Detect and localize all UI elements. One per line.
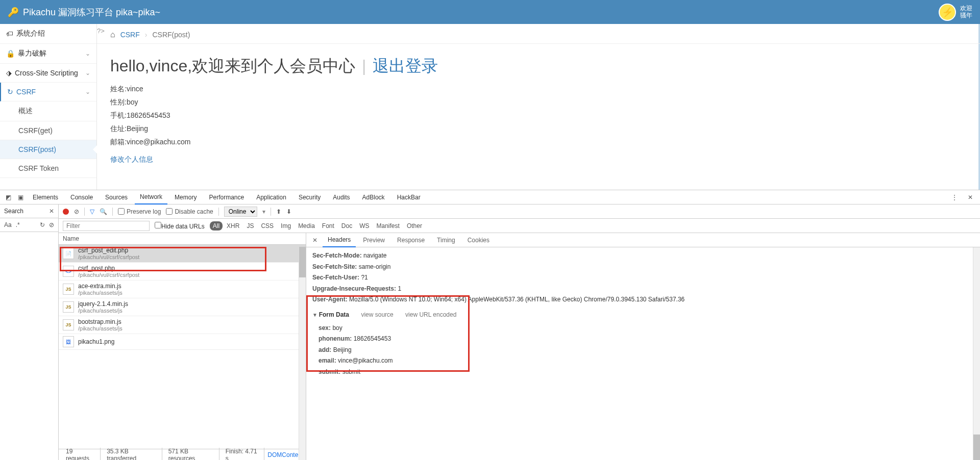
search-icon[interactable]: 🔍 — [100, 208, 107, 215]
request-row[interactable]: <> csrf_post.php/pikachu/vul/csrf/csrfpo… — [59, 263, 306, 280]
filter-input[interactable] — [63, 221, 150, 231]
dtab-timing[interactable]: Timing — [432, 234, 460, 247]
request-name: csrf_post_edit.php — [78, 247, 139, 254]
detail-pane: ✕ Headers Preview Response Timing Cookie… — [306, 233, 980, 460]
devtools-tabbar: ◩ ▣ Elements Console Sources Network Mem… — [0, 190, 980, 205]
request-name: pikachu1.png — [78, 338, 114, 345]
tab-performance[interactable]: Performance — [204, 191, 249, 204]
edit-profile-link[interactable]: 修改个人信息 — [110, 155, 153, 164]
tab-sources[interactable]: Sources — [100, 191, 133, 204]
sidebar-item-xss[interactable]: ⬗ Cross-Site Scripting ⌄ — [0, 64, 96, 83]
devtools-menu-icon[interactable]: ⋮ — [947, 194, 962, 201]
devtools-close-icon[interactable]: ✕ — [964, 194, 977, 201]
search-label: Search — [4, 208, 23, 215]
scrollbar-thumb[interactable] — [299, 247, 306, 277]
request-name: ace-extra.min.js — [78, 283, 122, 290]
chip-ws[interactable]: WS — [356, 221, 372, 231]
sidebar-item-bruteforce[interactable]: 🔒 暴力破解 ⌄ — [0, 44, 96, 64]
form-line: submit: submit — [318, 367, 974, 378]
search-refresh-icon[interactable]: ↻ — [40, 221, 45, 228]
chip-media[interactable]: Media — [295, 221, 318, 231]
record-button[interactable] — [63, 209, 69, 215]
user-block[interactable]: ⚡ 欢迎 骚年 — [939, 4, 972, 21]
breadcrumb-parent[interactable]: CSRF — [120, 31, 140, 39]
tab-application[interactable]: Application — [251, 191, 291, 204]
hide-data-urls-checkbox[interactable]: Hide data URLs — [155, 222, 205, 230]
column-name[interactable]: Name — [59, 233, 306, 245]
status-bar: 19 requests 35.3 KB transferred 571 KB r… — [59, 449, 306, 460]
request-path: /pikachu/vul/csrf/csrfpost — [78, 254, 139, 260]
tab-adblock[interactable]: AdBlock — [357, 191, 390, 204]
form-line: email: vince@pikachu.com — [318, 355, 974, 367]
logout-link[interactable]: 退出登录 — [373, 57, 438, 75]
sidebar-sub-csrf-token[interactable]: CSRF Token — [0, 159, 96, 178]
header-line: Sec-Fetch-Mode: navigate — [312, 250, 974, 262]
sidebar-item-intro[interactable]: 🏷 系统介绍 — [0, 24, 96, 44]
sidebar-item-label: CSRF — [16, 88, 36, 96]
view-source-link[interactable]: view source — [361, 311, 393, 318]
header-line: User-Agent: Mozilla/5.0 (Windows NT 10.0… — [312, 294, 974, 305]
dtab-headers[interactable]: Headers — [323, 233, 356, 247]
request-row[interactable]: JS bootstrap.min.js/pikachu/assets/js — [59, 316, 306, 334]
sidebar-item-label: 系统介绍 — [16, 29, 45, 38]
chip-img[interactable]: Img — [278, 221, 294, 231]
chip-other[interactable]: Other — [404, 221, 425, 231]
sidebar-sub-overview[interactable]: 概述 — [0, 101, 96, 121]
tab-hackbar[interactable]: HackBar — [392, 191, 426, 204]
sidebar-sub-csrf-get[interactable]: CSRF(get) — [0, 121, 96, 140]
chip-font[interactable]: Font — [319, 221, 337, 231]
inspect-icon[interactable]: ◩ — [3, 194, 13, 201]
chip-all[interactable]: All — [210, 221, 223, 231]
devtools: ◩ ▣ Elements Console Sources Network Mem… — [0, 190, 980, 460]
form-line: sex: boy — [318, 323, 974, 334]
sidebar-item-csrf[interactable]: ↻ CSRF ⌄ — [0, 83, 96, 101]
chip-js[interactable]: JS — [243, 221, 257, 231]
dtab-response[interactable]: Response — [392, 234, 430, 247]
throttling-select[interactable]: Online — [224, 207, 257, 217]
sidebar-sub-csrf-post[interactable]: CSRF(post) — [0, 140, 96, 159]
status-requests: 19 requests — [63, 448, 101, 461]
detail-close-icon[interactable]: ✕ — [309, 237, 321, 244]
download-icon[interactable]: ⬇ — [286, 208, 291, 215]
search-clear-icon[interactable]: ⊘ — [49, 221, 54, 228]
search-regex-toggle[interactable]: .* — [16, 221, 20, 228]
title-divider: | — [357, 57, 371, 75]
preserve-log-checkbox[interactable]: Preserve log — [118, 208, 161, 215]
search-close-icon[interactable]: ✕ — [49, 208, 54, 215]
filter-icon[interactable]: ▽ — [90, 208, 94, 215]
tab-elements[interactable]: Elements — [28, 191, 63, 204]
clear-icon[interactable]: ⊘ — [74, 208, 79, 215]
view-url-encoded-link[interactable]: view URL encoded — [405, 311, 456, 318]
request-scrollbar[interactable] — [299, 247, 306, 460]
form-data-section[interactable]: Form Data view source view URL encoded — [312, 310, 974, 321]
dtab-cookies[interactable]: Cookies — [462, 234, 495, 247]
request-row[interactable]: 🖼 pikachu1.png — [59, 334, 306, 350]
request-name: jquery-2.1.4.min.js — [78, 300, 128, 308]
tab-security[interactable]: Security — [293, 191, 326, 204]
dtab-preview[interactable]: Preview — [358, 234, 390, 247]
chip-css[interactable]: CSS — [258, 221, 277, 231]
tab-console[interactable]: Console — [65, 191, 98, 204]
tab-memory[interactable]: Memory — [169, 191, 202, 204]
chevron-down-icon: ⌄ — [85, 69, 90, 76]
upload-icon[interactable]: ⬆ — [276, 208, 281, 215]
search-case-toggle[interactable]: Aa — [4, 221, 12, 228]
detail-scrollbar[interactable] — [973, 247, 980, 460]
scrollbar-thumb[interactable] — [973, 435, 980, 460]
request-row[interactable]: JS ace-extra.min.js/pikachu/assets/js — [59, 280, 306, 298]
xss-icon: ⬗ — [6, 69, 12, 77]
device-icon[interactable]: ▣ — [15, 194, 26, 201]
info-name: 姓名:vince — [110, 85, 967, 94]
chip-xhr[interactable]: XHR — [224, 221, 242, 231]
request-row[interactable]: 📄 csrf_post_edit.php/pikachu/vul/csrf/cs… — [59, 245, 306, 263]
request-row[interactable]: JS jquery-2.1.4.min.js/pikachu/assets/js — [59, 298, 306, 316]
tab-network[interactable]: Network — [135, 190, 167, 205]
home-icon[interactable]: ⌂ — [110, 30, 115, 39]
avatar[interactable]: ⚡ — [939, 4, 956, 21]
tag-icon: 🏷 — [6, 30, 13, 38]
tab-audits[interactable]: Audits — [328, 191, 355, 204]
disable-cache-checkbox[interactable]: Disable cache — [166, 208, 213, 215]
info-addr: 住址:Beijing — [110, 124, 967, 134]
filter-row: Hide data URLs All XHR JS CSS Img Media … — [59, 219, 980, 233]
chip-doc[interactable]: Doc — [338, 221, 355, 231]
